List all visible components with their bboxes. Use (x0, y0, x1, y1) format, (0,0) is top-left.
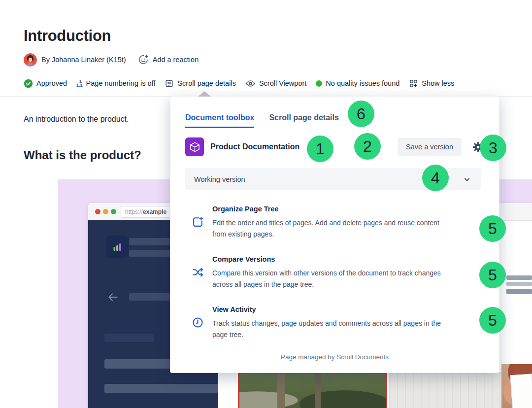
status-bar: Approved 1 1.1 Page numbering is off Scr… (24, 76, 454, 90)
version-selector-value: Working version (194, 175, 245, 183)
byline: By Johanna Linaker (K15t) Add a reaction (24, 52, 199, 67)
page-add-icon (191, 204, 204, 240)
annotation-5c: 5 (479, 307, 506, 334)
document-row: Product Documentation Save a version (185, 137, 484, 157)
byline-author[interactable]: By Johanna Linaker (K15t) (41, 56, 126, 64)
status-show-less[interactable]: Show less (409, 79, 454, 88)
annotation-5b: 5 (479, 262, 506, 288)
menu-item-organize-page-tree[interactable]: Organize Page Tree Edit the order and ti… (191, 204, 482, 240)
page: Introduction By Johanna Linaker (K15t) (0, 0, 532, 408)
green-dot-icon (316, 80, 322, 87)
menu-item-description: Edit the order and titles of pages. Add … (212, 217, 454, 240)
numbering-icon: 1 1.1 (76, 79, 83, 87)
document-title: Product Documentation (210, 142, 299, 151)
popup-tabs: Document toolbox Scroll page details (185, 113, 339, 128)
annotation-4: 4 (422, 165, 449, 191)
add-reaction-button[interactable]: Add a reaction (138, 54, 199, 65)
eye-icon (245, 78, 256, 89)
menu-item-compare-versions[interactable]: Compare Versions Compare this version wi… (191, 254, 482, 290)
page-title: Introduction (24, 27, 111, 45)
annotation-3: 3 (480, 135, 506, 161)
toolbox-menu: Organize Page Tree Edit the order and ti… (191, 204, 482, 355)
chevron-down-icon (462, 174, 472, 184)
avatar[interactable] (24, 53, 37, 67)
popup-caret (198, 91, 211, 97)
menu-item-body: Compare Versions Compare this version wi… (212, 254, 454, 290)
status-scroll-viewport[interactable]: Scroll Viewport (245, 78, 306, 89)
status-page-numbering[interactable]: 1 1.1 Page numbering is off (76, 79, 155, 87)
status-label: Approved (36, 79, 67, 87)
tab-document-toolbox[interactable]: Document toolbox (185, 113, 254, 128)
grid-plus-icon (409, 79, 418, 88)
placeholder-line (506, 282, 532, 286)
window-dot-red (95, 209, 100, 214)
window-dot-yellow (103, 209, 108, 214)
menu-item-description: Track status changes, page updates and c… (212, 318, 454, 340)
annotation-1: 1 (307, 136, 333, 162)
status-scroll-page-details[interactable]: Scroll page details (165, 79, 236, 88)
window-dot-green (111, 209, 116, 214)
status-label: Scroll page details (177, 79, 236, 87)
back-arrow-icon (106, 291, 119, 306)
annotation-2: 2 (354, 133, 381, 160)
status-label: Page numbering is off (86, 79, 156, 87)
section-heading: What is the product? (24, 148, 141, 162)
intro-paragraph: An introduction to the product. (24, 115, 129, 124)
placeholder-line (506, 275, 532, 280)
url-prefix: https:// (125, 208, 143, 215)
photo-wall-background (389, 372, 506, 408)
url-domain: example (143, 208, 166, 215)
shuffle-icon (191, 254, 204, 290)
numbering-bottom: 1.1 (76, 83, 83, 87)
annotation-6: 6 (348, 101, 374, 127)
avatar-image (24, 53, 37, 67)
menu-item-body: View Activity Track status changes, page… (212, 305, 454, 340)
chart-app-icon (106, 236, 129, 258)
menu-item-description: Compare this version with other versions… (212, 268, 454, 290)
placeholder-bar (104, 334, 154, 342)
check-circle-icon (24, 79, 33, 88)
save-version-button[interactable]: Save a version (398, 138, 462, 156)
menu-item-title: View Activity (212, 305, 454, 314)
paper-card (510, 374, 532, 408)
document-cube-icon (185, 137, 204, 156)
status-label: Scroll Viewport (259, 79, 306, 87)
clock-icon (191, 305, 204, 340)
status-label: No quality issues found (326, 79, 399, 87)
status-label: Show less (422, 79, 454, 87)
smiley-plus-icon (138, 54, 149, 65)
page-details-icon (165, 79, 174, 88)
add-reaction-label: Add a reaction (153, 56, 199, 64)
status-approved[interactable]: Approved (24, 79, 67, 88)
annotation-5a: 5 (479, 215, 506, 242)
menu-item-title: Compare Versions (212, 254, 454, 264)
popup-footer: Page managed by Scroll Documents (170, 353, 499, 361)
menu-item-view-activity[interactable]: View Activity Track status changes, page… (191, 305, 482, 340)
menu-item-body: Organize Page Tree Edit the order and ti… (212, 204, 454, 240)
placeholder-line (506, 289, 532, 294)
menu-item-title: Organize Page Tree (212, 204, 454, 214)
tab-scroll-page-details[interactable]: Scroll page details (269, 113, 338, 128)
placeholder-bar (104, 384, 218, 393)
document-toolbox-popup: Document toolbox Scroll page details Pro… (170, 96, 499, 373)
status-quality[interactable]: No quality issues found (316, 79, 399, 87)
hammock-photo (238, 371, 387, 408)
